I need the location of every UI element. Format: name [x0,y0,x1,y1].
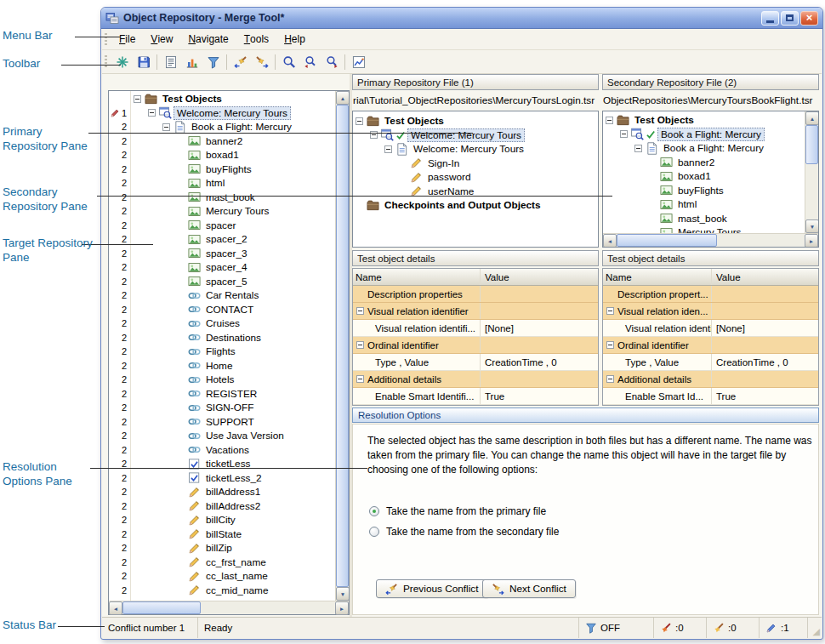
tree-item-mercury-tours[interactable]: Mercury Tours [603,225,805,233]
tree-item-book-a-flight-mercury[interactable]: Book a Flight: Mercury [603,128,805,142]
tree-item-sign-in[interactable]: Sign-In [353,157,598,171]
details-property-row[interactable]: Enable Smart Id...True [603,388,818,405]
tree-item-spacer-5[interactable]: spacer_5 [131,275,335,289]
tree-item-billaddress2[interactable]: billAddress2 [131,499,335,514]
secondary-horizontal-scrollbar[interactable]: ◄ ► [603,233,818,247]
tree-item-contact[interactable]: CONTACT [131,303,335,317]
tree-item-destinations[interactable]: Destinations [131,331,335,345]
scroll-left-arrow-icon[interactable]: ◄ [603,234,617,248]
details-category-row[interactable]: Description properties [353,286,598,303]
tree-item-boxad1[interactable]: boxad1 [131,148,335,162]
details-category-row[interactable]: Visual relation identifier [353,303,598,320]
collapse-icon[interactable] [356,341,364,349]
tree-item-ticketless-2[interactable]: ticketLess_2 [131,471,335,486]
tree-item-password[interactable]: password [353,170,598,185]
tree-item-car-rentals[interactable]: Car Rentals [131,288,335,303]
details-category-row[interactable]: Visual relation iden... [603,303,818,320]
collapse-icon[interactable] [606,117,613,124]
find-next-button[interactable] [321,53,341,71]
tree-item-sign-off[interactable]: SIGN-OFF [131,401,335,415]
tree-item-username[interactable]: userName [353,185,598,199]
radio-take-primary-name[interactable]: Take the name from the primary file [369,505,546,517]
collapse-icon[interactable] [356,307,364,315]
wand-right-button[interactable] [252,53,271,71]
tree-item-mast-book[interactable]: mast_book [603,212,805,226]
tree-item-book-a-flight-mercury[interactable]: Book a Flight: Mercury [131,120,335,134]
details-category-row[interactable]: Ordinal identifier [603,337,818,354]
scroll-down-arrow-icon[interactable]: ▼ [336,587,349,601]
tree-item-billaddress1[interactable]: billAddress1 [131,485,335,499]
collapse-icon[interactable] [634,145,642,152]
collapse-icon[interactable] [148,109,156,117]
details-category-row[interactable]: Additional details [603,371,818,388]
tree-item-buyflights[interactable]: buyFlights [131,162,335,177]
tree-item-mercury-tours[interactable]: Mercury Tours [131,204,335,219]
scroll-right-arrow-icon[interactable]: ► [805,234,818,248]
maximize-button[interactable] [781,11,799,26]
tree-item-mast-book[interactable]: mast_book [131,191,335,205]
collapse-icon[interactable] [384,145,392,153]
target-horizontal-scrollbar[interactable]: ◄ ► [109,601,349,614]
tree-item-billcity[interactable]: billCity [131,513,335,527]
find-prev-button[interactable] [300,53,320,71]
scroll-down-arrow-icon[interactable]: ▼ [805,219,818,233]
titlebar[interactable]: Object Repository - Merge Tool* × [101,8,822,29]
details-property-row[interactable]: Type , ValueCreationTime , 0 [353,354,598,371]
tree-item-test-objects[interactable]: Test Objects [131,92,335,106]
resize-grip[interactable]: ◢ [808,618,822,638]
tree-item-spacer-2[interactable]: spacer_2 [131,232,335,247]
tree-item-html[interactable]: html [131,176,335,191]
tree-item-vacations[interactable]: Vacations [131,443,335,458]
tree-item-spacer-4[interactable]: spacer_4 [131,260,335,275]
collapse-icon[interactable] [606,307,614,315]
collapse-icon[interactable] [606,341,614,349]
close-button[interactable]: × [800,11,818,26]
details-category-row[interactable]: Description propert... [603,286,818,303]
menu-help[interactable]: Help [276,29,313,49]
scroll-right-arrow-icon[interactable]: ► [335,601,349,615]
details-category-row[interactable]: Additional details [353,371,598,388]
menu-tools[interactable]: Tools [236,29,276,49]
collapse-icon[interactable] [620,130,628,138]
menu-navigate[interactable]: Navigate [180,29,236,49]
collapse-icon[interactable] [162,123,170,131]
tree-item-html[interactable]: html [603,197,805,212]
details-category-row[interactable]: Ordinal identifier [353,337,598,354]
tree-item-ticketless[interactable]: ticketLess [131,457,335,471]
tree-item-spacer-3[interactable]: spacer_3 [131,247,335,261]
details-property-row[interactable]: Enable Smart Identifi...True [353,388,598,405]
scroll-thumb[interactable] [122,601,201,614]
save-button[interactable] [134,53,153,71]
tree-item-spacer[interactable]: spacer [131,219,335,233]
previous-conflict-button[interactable]: Previous Conflict [376,579,488,598]
tree-item-boxad1[interactable]: boxad1 [603,169,805,184]
tree-item-checkpoints-and-output-objects[interactable]: Checkpoints and Output Objects [353,198,598,213]
secondary-vertical-scrollbar[interactable]: ▲ ▼ [805,111,818,233]
report-button[interactable] [161,53,180,71]
tree-item-banner2[interactable]: banner2 [603,156,805,170]
collapse-icon[interactable] [370,131,378,139]
wand-left-button[interactable] [230,53,250,71]
collapse-icon[interactable] [356,117,363,125]
menu-view[interactable]: View [143,29,180,49]
tree-item-cc-frst-name[interactable]: cc_frst_name [131,556,335,570]
collapse-icon[interactable] [356,375,364,383]
minimize-button[interactable] [761,11,779,26]
tree-item-billstate[interactable]: billState [131,527,335,542]
next-conflict-button[interactable]: Next Conflict [482,579,576,598]
find-button[interactable] [279,53,299,71]
tree-item-register[interactable]: REGISTER [131,387,335,402]
radio-selected-icon[interactable] [369,506,379,516]
tree-item-banner2[interactable]: banner2 [131,134,335,149]
chart-button[interactable] [182,53,202,71]
tree-item-welcome-mercury-tours[interactable]: Welcome: Mercury Tours [353,142,598,157]
tree-item-support[interactable]: SUPPORT [131,415,335,430]
tree-item-home[interactable]: Home [131,359,335,373]
details-property-row[interactable]: Visual relation identi...[None] [603,320,818,337]
tree-item-book-a-flight-mercury[interactable]: Book a Flight: Mercury [603,141,805,156]
collapse-icon[interactable] [606,375,614,383]
tree-item-use-java-version[interactable]: Use Java Version [131,429,335,443]
scroll-up-arrow-icon[interactable]: ▲ [805,111,818,125]
radio-take-secondary-name[interactable]: Take the name from the secondary file [369,526,559,538]
stats-button[interactable] [349,53,368,71]
